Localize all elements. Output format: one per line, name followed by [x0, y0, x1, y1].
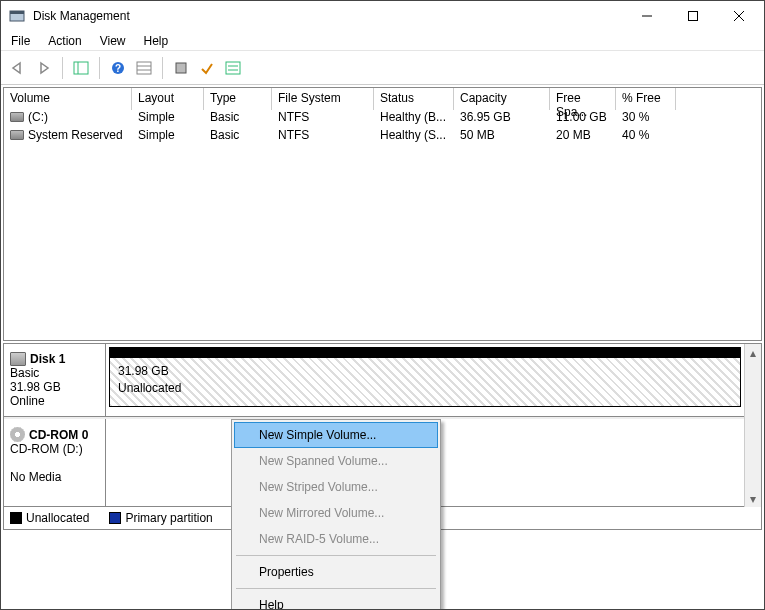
- partition-size: 31.98 GB: [118, 363, 732, 380]
- cell-free: 20 MB: [550, 128, 616, 146]
- toolbar-separator: [162, 57, 163, 79]
- menu-help[interactable]: Help: [144, 34, 169, 48]
- svg-rect-14: [226, 62, 240, 74]
- col-status[interactable]: Status: [374, 88, 454, 110]
- cell-pct: 30 %: [616, 110, 676, 128]
- partition-color-bar: [110, 348, 740, 358]
- help-icon[interactable]: ?: [107, 57, 129, 79]
- settings-icon[interactable]: [133, 57, 155, 79]
- window-title: Disk Management: [33, 9, 624, 23]
- cell-status: Healthy (S...: [374, 128, 454, 146]
- svg-rect-1: [10, 11, 24, 14]
- cell-volume: System Reserved: [28, 128, 123, 142]
- col-capacity[interactable]: Capacity: [454, 88, 550, 110]
- cell-layout: Simple: [132, 128, 204, 146]
- legend-swatch-blue: [109, 512, 121, 524]
- list-icon[interactable]: [222, 57, 244, 79]
- context-menu: New Simple Volume... New Spanned Volume.…: [231, 419, 441, 610]
- disk-name: CD-ROM 0: [29, 428, 88, 442]
- cell-pct: 40 %: [616, 128, 676, 146]
- toolbar: ?: [1, 51, 764, 85]
- disk-size: [10, 456, 99, 470]
- svg-text:?: ?: [115, 63, 121, 74]
- svg-rect-3: [689, 12, 698, 21]
- cdrom-icon: [10, 427, 25, 442]
- col-free[interactable]: Free Spa...: [550, 88, 616, 110]
- ctx-new-striped-volume: New Striped Volume...: [234, 474, 438, 500]
- volume-table-header: Volume Layout Type File System Status Ca…: [4, 88, 761, 110]
- disk-status: Online: [10, 394, 99, 408]
- cell-type: Basic: [204, 110, 272, 128]
- col-type[interactable]: Type: [204, 88, 272, 110]
- ctx-new-spanned-volume: New Spanned Volume...: [234, 448, 438, 474]
- col-layout[interactable]: Layout: [132, 88, 204, 110]
- col-volume[interactable]: Volume: [4, 88, 132, 110]
- menu-file[interactable]: File: [11, 34, 30, 48]
- disk-type: CD-ROM (D:): [10, 442, 99, 456]
- app-icon: [9, 8, 25, 24]
- partition-label: Unallocated: [118, 380, 732, 397]
- disk-header[interactable]: Disk 1 Basic 31.98 GB Online: [4, 344, 106, 416]
- volume-icon: [10, 130, 24, 140]
- show-hide-console-tree-icon[interactable]: [70, 57, 92, 79]
- svg-rect-10: [137, 62, 151, 74]
- ctx-properties[interactable]: Properties: [234, 559, 438, 585]
- toolbar-separator: [99, 57, 100, 79]
- ctx-separator: [236, 555, 436, 556]
- menu-view[interactable]: View: [100, 34, 126, 48]
- col-pctfree[interactable]: % Free: [616, 88, 676, 110]
- col-spacer: [676, 88, 761, 110]
- legend-swatch-black: [10, 512, 22, 524]
- partition-unallocated[interactable]: 31.98 GB Unallocated: [109, 347, 741, 407]
- ctx-help[interactable]: Help: [234, 592, 438, 610]
- disk-size: 31.98 GB: [10, 380, 99, 394]
- cell-status: Healthy (B...: [374, 110, 454, 128]
- legend-unallocated: Unallocated: [10, 511, 89, 525]
- vertical-scrollbar[interactable]: ▴ ▾: [744, 344, 761, 507]
- disk-header[interactable]: CD-ROM 0 CD-ROM (D:) No Media: [4, 419, 106, 506]
- cell-fs: NTFS: [272, 110, 374, 128]
- legend-primary: Primary partition: [109, 511, 212, 525]
- ctx-separator: [236, 588, 436, 589]
- cell-cap: 36.95 GB: [454, 110, 550, 128]
- disk-name: Disk 1: [30, 352, 65, 366]
- col-filesystem[interactable]: File System: [272, 88, 374, 110]
- menu-action[interactable]: Action: [48, 34, 81, 48]
- table-row[interactable]: (C:) Simple Basic NTFS Healthy (B... 36.…: [4, 110, 761, 128]
- volume-table: Volume Layout Type File System Status Ca…: [3, 87, 762, 341]
- cell-fs: NTFS: [272, 128, 374, 146]
- forward-button[interactable]: [33, 57, 55, 79]
- refresh-icon[interactable]: [170, 57, 192, 79]
- maximize-button[interactable]: [670, 1, 716, 31]
- svg-rect-13: [176, 63, 186, 73]
- disk-status: No Media: [10, 470, 99, 484]
- ctx-new-mirrored-volume: New Mirrored Volume...: [234, 500, 438, 526]
- cell-type: Basic: [204, 128, 272, 146]
- ctx-new-raid5-volume: New RAID-5 Volume...: [234, 526, 438, 552]
- scroll-down-icon[interactable]: ▾: [745, 490, 761, 507]
- svg-rect-6: [74, 62, 88, 74]
- toolbar-separator: [62, 57, 63, 79]
- ctx-new-simple-volume[interactable]: New Simple Volume...: [234, 422, 438, 448]
- title-bar: Disk Management: [1, 1, 764, 31]
- cell-volume: (C:): [28, 110, 48, 124]
- volume-icon: [10, 112, 24, 122]
- table-row[interactable]: System Reserved Simple Basic NTFS Health…: [4, 128, 761, 146]
- volume-table-body: (C:) Simple Basic NTFS Healthy (B... 36.…: [4, 110, 761, 340]
- disk-icon: [10, 352, 26, 366]
- cell-cap: 50 MB: [454, 128, 550, 146]
- close-button[interactable]: [716, 1, 762, 31]
- back-button[interactable]: [7, 57, 29, 79]
- menu-bar: File Action View Help: [1, 31, 764, 51]
- action-icon[interactable]: [196, 57, 218, 79]
- disk-type: Basic: [10, 366, 99, 380]
- cell-layout: Simple: [132, 110, 204, 128]
- minimize-button[interactable]: [624, 1, 670, 31]
- disk-row: Disk 1 Basic 31.98 GB Online 31.98 GB Un…: [4, 344, 744, 417]
- scroll-up-icon[interactable]: ▴: [745, 344, 761, 361]
